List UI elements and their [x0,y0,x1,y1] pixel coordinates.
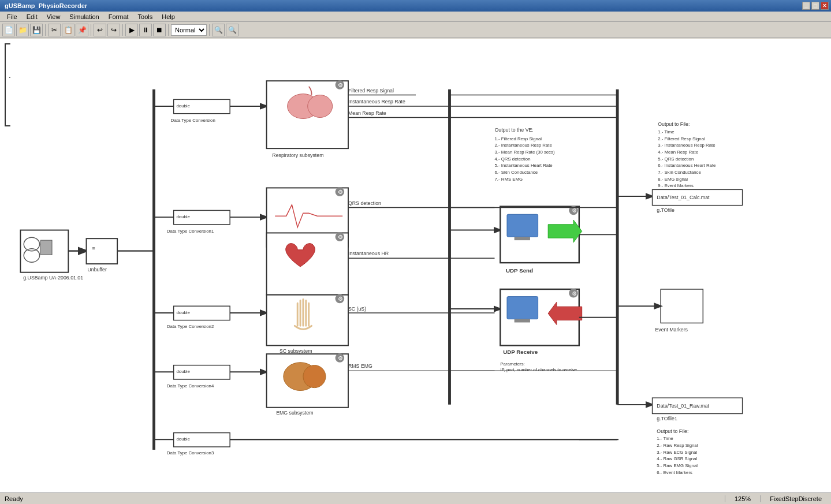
new-button[interactable]: 📄 [2,24,15,36]
svg-text:5.- QRS detection: 5.- QRS detection [658,156,694,162]
svg-text:Instantaneous Resp Rate: Instantaneous Resp Rate [348,99,405,104]
simulation-mode-select[interactable]: Normal [171,24,207,36]
svg-rect-47 [267,233,348,294]
svg-rect-7 [87,238,118,264]
menu-tools[interactable]: Tools [133,12,158,21]
sep2 [91,24,91,36]
hr-subsystem-block[interactable]: ⚙ HR subsystem [267,232,348,303]
cut-button[interactable]: ✂ [48,24,61,36]
svg-text:3.- Mean Resp Rate (30 secs): 3.- Mean Resp Rate (30 secs) [495,150,555,155]
menu-edit[interactable]: Edit [22,12,42,21]
svg-text:2.- Instantaneous Resp Rate: 2.- Instantaneous Resp Rate [495,143,552,148]
menu-view[interactable]: View [42,12,65,21]
svg-text:4.- QRS detection: 4.- QRS detection [495,156,531,162]
svg-text:3.- Instantaneous Resp Rate: 3.- Instantaneous Resp Rate [658,143,715,148]
svg-text:⚙: ⚙ [338,296,343,302]
svg-text:1.- Time: 1.- Time [658,129,674,135]
svg-text:Data Type Conversion2: Data Type Conversion2 [167,324,214,329]
svg-text:1.- Time: 1.- Time [657,436,673,441]
svg-text:≡: ≡ [92,245,95,251]
svg-text:6.- Skin Conductance: 6.- Skin Conductance [495,170,538,175]
svg-text:7.- Skin Conductance: 7.- Skin Conductance [658,170,701,175]
close-button[interactable]: ✕ [821,2,829,10]
undo-button[interactable]: ↩ [94,24,106,36]
svg-text:g.TOfile1: g.TOfile1 [657,416,677,421]
status-zoom: 125% [725,495,760,502]
svg-rect-94 [515,237,530,240]
svg-text:IP, port, number of channels t: IP, port, number of channels to receive [500,367,577,372]
emg-subsystem-block[interactable]: ⚙ EMG subsystem [267,353,348,416]
svg-text:Data Type Conversion4: Data Type Conversion4 [167,383,214,389]
svg-rect-93 [507,214,538,237]
raw-file-block[interactable]: Data/Test_01_Raw.mat [653,398,743,413]
svg-text:4.- Mean Resp Rate: 4.- Mean Resp Rate [658,150,698,155]
svg-text:5.- Raw EMG Signal: 5.- Raw EMG Signal [657,463,698,468]
sc-subsystem-block[interactable]: ⚙ SC subsystem [267,294,348,354]
play-button[interactable]: ▶ [125,24,138,36]
save-button[interactable]: 💾 [30,24,43,36]
svg-text:7.- RMS EMG: 7.- RMS EMG [495,177,523,182]
calc-file-block[interactable]: Data/Test_01_Calc.mat [653,189,743,205]
copy-button[interactable]: 📋 [62,24,74,36]
svg-text:double: double [177,214,190,219]
stop-button[interactable]: ⏹ [153,24,166,36]
svg-text:Filtered Resp Signal: Filtered Resp Signal [348,88,394,94]
diagram-svg: g.USBamp UA-2006.01.01 ≡ Unbuffer double… [0,39,831,492]
sep3 [122,24,123,36]
svg-text:SC (uS): SC (uS) [348,306,366,312]
svg-text:2.- Filtered Resp Signal: 2.- Filtered Resp Signal [658,136,705,141]
title-bar: gUSBamp_PhysioRecorder _ □ ✕ [0,0,831,12]
menu-format[interactable]: Format [104,12,133,21]
svg-text:Data/Test_01_Calc.mat: Data/Test_01_Calc.mat [657,195,710,200]
svg-text:Respiratory subsystem: Respiratory subsystem [272,152,323,158]
svg-text:Data/Test_01_Raw.mat: Data/Test_01_Raw.mat [657,403,709,409]
svg-text:double: double [177,436,190,442]
zoom-out-button[interactable]: 🔍 [226,24,239,36]
svg-text:8.- EMG signal: 8.- EMG signal [658,177,688,182]
menu-help[interactable]: Help [157,12,180,21]
sep4 [168,24,169,36]
menu-simulation[interactable]: Simulation [65,12,103,21]
sep1 [45,24,46,36]
svg-text:Instantaneous HR: Instantaneous HR [348,251,389,256]
svg-text:double: double [177,103,190,109]
svg-rect-100 [507,297,538,319]
svg-text:Parameters:: Parameters: [500,361,524,367]
svg-text:3.- Raw ECG Signal: 3.- Raw ECG Signal [657,450,697,455]
zoom-in-button[interactable]: 🔍 [212,24,225,36]
svg-point-57 [303,365,326,388]
udp-send-block[interactable]: ⚙ UDP Send [500,206,582,274]
open-button[interactable]: 📁 [16,24,29,36]
svg-text:QRS detection: QRS detection [348,200,381,206]
svg-text:Data Type Conversion3: Data Type Conversion3 [167,450,214,456]
menu-bar: File Edit View Simulation Format Tools H… [0,12,831,22]
svg-text:RMS EMG: RMS EMG [348,363,372,369]
udp-receive-block[interactable]: ⚙ UDP Receive [500,289,582,355]
sep5 [209,24,210,36]
svg-text:Output to File:: Output to File: [658,121,690,127]
svg-text:g.TOfile: g.TOfile [657,207,675,213]
svg-rect-51 [267,295,348,346]
maximize-button[interactable]: □ [811,2,819,10]
respiratory-subsystem-block[interactable]: ⚙ Respiratory subsystem [267,80,348,158]
paste-button[interactable]: 📌 [76,24,88,36]
svg-text:1.- Filtered Resp Signal: 1.- Filtered Resp Signal [495,136,542,141]
svg-text:⚙: ⚙ [338,234,343,240]
minimize-button[interactable]: _ [802,2,810,10]
pause-button[interactable]: ⏸ [139,24,152,36]
svg-text:5.- Instantaneous Heart Rate: 5.- Instantaneous Heart Rate [495,163,553,168]
svg-point-39 [308,95,333,118]
svg-text:Event Markers: Event Markers [655,327,688,333]
svg-text:⚙: ⚙ [338,355,343,361]
toolbar: 📄 📁 💾 ✂ 📋 📌 ↩ ↪ ▶ ⏸ ⏹ Normal 🔍 🔍 [0,22,831,38]
svg-text:Data Type Conversion1: Data Type Conversion1 [167,229,214,234]
svg-rect-126 [661,289,703,323]
svg-text:UDP Receive: UDP Receive [503,349,538,355]
menu-file[interactable]: File [2,12,22,21]
redo-button[interactable]: ↪ [107,24,120,36]
window-controls[interactable]: _ □ ✕ [802,2,829,10]
status-mode: FixedStepDiscrete [760,495,831,502]
svg-text:⚙: ⚙ [338,189,343,195]
svg-rect-4 [41,240,53,255]
canvas-area[interactable]: Physio RecordingModel for g.UsbAmpRESP, … [0,39,831,492]
